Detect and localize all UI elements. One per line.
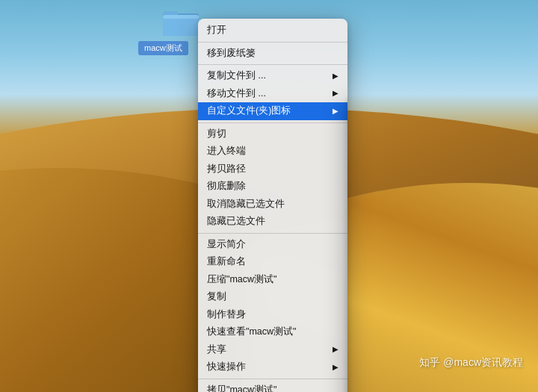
menu-item-quick-action[interactable]: 快速操作 ▶ [198, 358, 347, 376]
menu-item-browse[interactable]: 拷贝"macw测试" [198, 382, 347, 393]
menu-item-quicklook[interactable]: 快速查看"macw测试" [198, 323, 347, 341]
context-menu: 打开 移到废纸篓 复制文件到 ... ▶ 移动文件到 ... ▶ 自定义文件(夹… [198, 19, 347, 392]
arrow-icon: ▶ [333, 106, 338, 116]
menu-item-trash[interactable]: 移到废纸篓 [198, 45, 347, 63]
watermark: 知乎 @macw资讯教程 [419, 356, 523, 370]
separator-5 [198, 379, 347, 379]
svg-rect-3 [163, 15, 199, 19]
arrow-icon: ▶ [333, 362, 338, 373]
folder-label: macw测试 [138, 41, 188, 55]
menu-item-copy-path[interactable]: 拷贝路径 [198, 161, 347, 178]
arrow-icon: ▶ [333, 88, 338, 99]
menu-item-move-to[interactable]: 移动文件到 ... ▶ [198, 85, 347, 103]
menu-item-unhide[interactable]: 取消隐藏已选文件 [198, 196, 347, 214]
arrow-icon: ▶ [333, 71, 338, 81]
menu-item-terminal[interactable]: 进入终端 [198, 143, 347, 161]
menu-item-copy2[interactable]: 复制 [198, 288, 347, 306]
separator-3 [198, 122, 347, 123]
folder-icon[interactable] [163, 7, 199, 40]
separator-4 [198, 233, 347, 234]
menu-item-info[interactable]: 显示简介 [198, 236, 347, 254]
menu-item-compress[interactable]: 压缩"macw测试" [198, 271, 347, 289]
menu-item-duplicate[interactable]: 制作替身 [198, 306, 347, 324]
menu-item-hide[interactable]: 隐藏已选文件 [198, 213, 347, 231]
menu-item-open[interactable]: 打开 [198, 22, 347, 40]
menu-item-rename[interactable]: 重新命名 [198, 253, 347, 271]
menu-item-delete[interactable]: 彻底删除 [198, 178, 347, 196]
arrow-icon: ▶ [333, 344, 338, 355]
menu-item-cut[interactable]: 剪切 [198, 125, 347, 143]
separator-2 [198, 64, 347, 65]
separator-1 [198, 42, 347, 43]
menu-item-share[interactable]: 共享 ▶ [198, 341, 347, 359]
menu-item-custom-icon[interactable]: 自定义文件(夹)图标 ▶ App Apple 书本 日历 [198, 102, 347, 120]
menu-item-copy-to[interactable]: 复制文件到 ... ▶ [198, 67, 347, 85]
